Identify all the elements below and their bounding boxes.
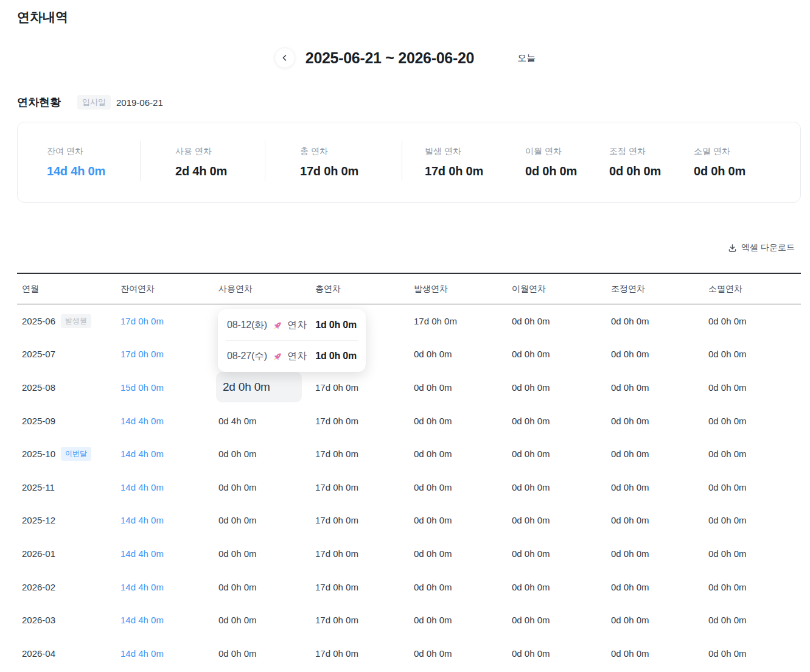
total-cell: 17d 0h 0m [310,404,409,438]
total-cell: 17d 0h 0m [310,570,409,604]
expired-cell: 0d 0h 0m [704,637,801,670]
table-row[interactable]: 2026-01 14d 4h 0m 0d 0h 0m 17d 0h 0m 0d … [17,537,801,570]
month-cell: 2026-03 [17,603,116,637]
summary-value: 17d 0h 0m [425,164,503,178]
summary-label: 소멸 연차 [694,146,800,157]
expired-cell: 0d 0h 0m [704,537,801,570]
carryover-cell: 0d 0h 0m [507,471,606,504]
table-body: 2025-06발생월 17d 0h 0m 17d 0h 0m 0d 0h 0m … [17,304,801,670]
total-cell: 17d 0h 0m [310,637,409,670]
table-row[interactable]: 2026-04 14d 4h 0m 0d 0h 0m 17d 0h 0m 0d … [17,637,801,670]
adjusted-cell: 0d 0h 0m [606,437,704,471]
summary-label: 조정 연차 [609,146,672,157]
remaining-cell[interactable]: 15d 0h 0m [116,371,214,404]
rocket-icon [273,351,283,362]
table-row[interactable]: 2026-02 14d 4h 0m 0d 0h 0m 17d 0h 0m 0d … [17,570,801,604]
summary-total: 총 연차 17d 0h 0m [265,122,402,202]
used-cell[interactable]: 0d 0h 0m [214,437,310,471]
adjusted-cell: 0d 0h 0m [606,371,704,404]
accrued-cell: 0d 0h 0m [409,637,507,670]
page-title: 연차내역 [17,9,68,26]
table-row[interactable]: 2026-03 14d 4h 0m 0d 0h 0m 17d 0h 0m 0d … [17,603,801,637]
table-row[interactable]: 2025-08 15d 0h 0m 2d 0h 0m 17d 0h 0m 0d … [17,371,801,404]
date-range: 2025-06-21 ~ 2026-06-20 [305,49,474,67]
remaining-cell[interactable]: 14d 4h 0m [116,471,214,504]
adjusted-cell: 0d 0h 0m [606,338,704,371]
carryover-cell: 0d 0h 0m [507,603,606,637]
remaining-cell[interactable]: 17d 0h 0m [116,338,214,371]
remaining-cell[interactable]: 14d 4h 0m [116,637,214,670]
remaining-cell[interactable]: 14d 4h 0m [116,504,214,537]
used-cell[interactable]: 0d 0h 0m [214,570,310,604]
month-cell: 2025-07 [17,338,116,371]
col-header-expired: 소멸연차 [704,274,801,304]
table-row[interactable]: 2025-10이번달 14d 4h 0m 0d 0h 0m 17d 0h 0m … [17,437,801,471]
carryover-cell: 0d 0h 0m [507,371,606,404]
month-badge: 발생월 [61,314,91,328]
accrued-cell: 0d 0h 0m [409,404,507,438]
col-header-carryover: 이월연차 [507,274,606,304]
summary-label: 잔여 연차 [47,146,141,157]
table-row[interactable]: 2025-12 14d 4h 0m 0d 0h 0m 17d 0h 0m 0d … [17,504,801,537]
summary-label: 총 연차 [300,146,402,157]
adjusted-cell: 0d 0h 0m [606,603,704,637]
month-cell: 2025-11 [17,471,116,504]
summary-label: 사용 연차 [175,146,265,157]
status-title: 연차현황 [17,95,61,110]
tooltip-entry: 08-12(화) 연차 1d 0h 0m [218,310,366,340]
usage-detail-tooltip: 08-12(화) 연차 1d 0h 0m 08-27(수) 연차 1d 0h 0… [218,309,366,372]
used-cell[interactable]: 0d 0h 0m [214,637,310,670]
adjusted-cell: 0d 0h 0m [606,504,704,537]
summary-value: 14d 4h 0m [47,164,141,178]
remaining-cell[interactable]: 17d 0h 0m [116,304,214,338]
month-badge: 이번달 [61,447,91,461]
accrued-cell: 0d 0h 0m [409,338,507,371]
summary-remaining: 잔여 연차 14d 4h 0m [18,122,141,202]
excel-download-button[interactable]: 엑셀 다운로드 [728,242,795,253]
remaining-cell[interactable]: 14d 4h 0m [116,537,214,570]
table-row[interactable]: 2025-09 14d 4h 0m 0d 4h 0m 17d 0h 0m 0d … [17,404,801,438]
month-cell: 2025-06발생월 [17,304,116,338]
monthly-leave-table: 연월 잔여연차 사용연차 총연차 발생연차 이월연차 조정연차 소멸연차 202… [17,273,801,670]
accrued-cell: 0d 0h 0m [409,437,507,471]
join-date-badge: 입사일 [77,95,111,110]
used-cell[interactable]: 0d 0h 0m [214,603,310,637]
remaining-cell[interactable]: 14d 4h 0m [116,603,214,637]
accrued-cell: 17d 0h 0m [409,304,507,338]
table-row[interactable]: 2025-11 14d 4h 0m 0d 0h 0m 17d 0h 0m 0d … [17,471,801,504]
carryover-cell: 0d 0h 0m [507,504,606,537]
remaining-cell[interactable]: 14d 4h 0m [116,404,214,438]
total-cell: 17d 0h 0m [310,537,409,570]
used-cell[interactable]: 0d 4h 0m [214,404,310,438]
month-cell: 2026-02 [17,570,116,604]
today-button[interactable]: 오늘 [517,52,536,64]
col-header-remaining: 잔여연차 [116,274,214,304]
accrued-cell: 0d 0h 0m [409,471,507,504]
adjusted-cell: 0d 0h 0m [606,637,704,670]
join-date-value: 2019-06-21 [116,97,163,108]
accrued-cell: 0d 0h 0m [409,570,507,604]
accrued-cell: 0d 0h 0m [409,603,507,637]
summary-label: 이월 연차 [525,146,587,157]
table-row[interactable]: 2025-07 17d 0h 0m 0d 0h 0m 0d 0h 0m 0d 0… [17,338,801,371]
tooltip-date: 08-12(화) [227,319,267,332]
total-cell: 17d 0h 0m [310,437,409,471]
used-cell[interactable]: 2d 0h 0m [214,371,310,404]
col-header-used: 사용연차 [214,274,310,304]
expired-cell: 0d 0h 0m [704,437,801,471]
month-cell: 2025-12 [17,504,116,537]
remaining-cell[interactable]: 14d 4h 0m [116,437,214,471]
expired-cell: 0d 0h 0m [704,338,801,371]
month-cell: 2025-10이번달 [17,437,116,471]
summary-value: 0d 0h 0m [609,164,672,178]
status-header: 연차현황 입사일 2019-06-21 [17,95,163,110]
expired-cell: 0d 0h 0m [704,570,801,604]
table-row[interactable]: 2025-06발생월 17d 0h 0m 17d 0h 0m 0d 0h 0m … [17,304,801,338]
used-cell[interactable]: 0d 0h 0m [214,537,310,570]
carryover-cell: 0d 0h 0m [507,404,606,438]
adjusted-cell: 0d 0h 0m [606,404,704,438]
used-cell[interactable]: 0d 0h 0m [214,471,310,504]
prev-period-button[interactable] [274,47,295,68]
used-cell[interactable]: 0d 0h 0m [214,504,310,537]
remaining-cell[interactable]: 14d 4h 0m [116,570,214,604]
